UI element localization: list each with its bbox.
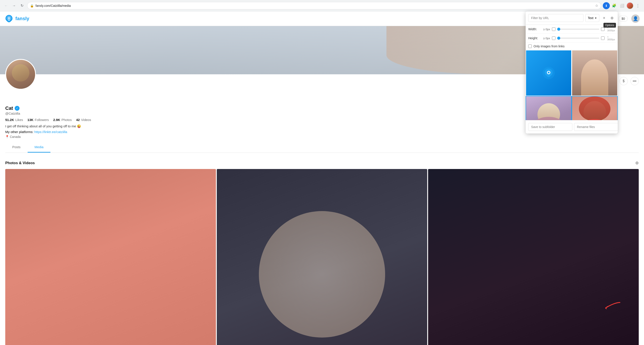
profile-name: Cat: [5, 106, 13, 111]
svg-point-0: [8, 20, 10, 20]
location-text: Canada: [10, 135, 20, 138]
width-max-checkbox[interactable]: [601, 28, 604, 31]
grid-thumb-3: [526, 96, 571, 120]
width-min-value: ≥ 0px: [543, 28, 550, 31]
forward-button[interactable]: →: [10, 2, 18, 9]
videos-count: 42: [76, 118, 80, 122]
followers-count: 13K: [28, 118, 34, 122]
section-header: Photos & Videos ⚙: [5, 161, 639, 166]
only-images-label: Only images from links: [534, 44, 565, 48]
followers-stat: 13K Followers: [28, 118, 49, 122]
popup-grid-item-2[interactable]: [572, 50, 618, 96]
grid-thumb-4: [572, 96, 617, 120]
logo-icon: [4, 14, 14, 23]
only-images-row: Only images from links: [526, 43, 618, 50]
popup-grid-item-1[interactable]: [526, 50, 572, 96]
height-min-checkbox[interactable]: [552, 36, 556, 40]
rename-files-input[interactable]: [574, 123, 618, 131]
tab-media[interactable]: Media: [28, 142, 51, 152]
media-thumb-1[interactable]: [5, 169, 216, 345]
tab-posts[interactable]: Posts: [5, 142, 28, 152]
media-thumb-2[interactable]: [217, 169, 428, 345]
photos-label: Photos: [62, 118, 72, 122]
back-button[interactable]: ←: [3, 2, 10, 9]
width-slider-thumb: [557, 28, 560, 31]
width-label: Width:: [528, 28, 542, 31]
avatar-wrapper: [5, 59, 36, 90]
likes-stat: 51.2K Likes: [5, 118, 23, 122]
popup-header: Text ▼ × ⚙ Options: [526, 12, 618, 25]
height-slider[interactable]: [557, 38, 599, 38]
tip-button[interactable]: $: [620, 77, 628, 85]
other-platforms-label: My other platforms:: [5, 130, 33, 134]
popup-image-grid: ✓ ✓: [526, 50, 618, 120]
followers-label: Followers: [35, 118, 49, 122]
height-label: Height:: [528, 36, 542, 40]
options-gear-button[interactable]: ⚙: [609, 15, 615, 21]
close-button[interactable]: ×: [601, 15, 607, 21]
security-icon: 🔒: [30, 4, 34, 8]
split-screen-button[interactable]: ⬜: [618, 2, 626, 9]
download-extension-button[interactable]: ⬇: [603, 2, 610, 9]
width-min-checkbox[interactable]: [552, 28, 556, 31]
balance-button[interactable]: $0: [618, 16, 628, 22]
height-filter-row: Height: ≥ 0px <3000px: [526, 34, 618, 43]
media-section: Photos & Videos ⚙: [0, 156, 644, 345]
profile-location: 📍 Canada: [5, 135, 639, 138]
popup-grid-item-4[interactable]: ✓: [572, 96, 618, 120]
more-button[interactable]: •••: [630, 77, 639, 85]
browser-chrome: ← → ↻ 🔒 fansly.com/Catziilla/media ☆ ⬇ 🧩…: [0, 0, 644, 12]
options-tooltip: Options: [604, 23, 616, 28]
popup-footer: Download: [526, 120, 618, 134]
videos-stat: 42 Videos: [76, 118, 91, 122]
height-max-checkbox[interactable]: [601, 36, 604, 40]
save-subfolder-input[interactable]: [528, 123, 572, 131]
photos-count: 2.9K: [53, 118, 60, 122]
reload-button[interactable]: ↻: [18, 2, 26, 9]
extension-popup: Text ▼ × ⚙ Options Width: ≥ 0px <3000px …: [526, 12, 618, 134]
text-dropdown-label: Text: [588, 16, 593, 20]
likes-count: 51.2K: [5, 118, 14, 122]
photos-stat: 2.9K Photos: [53, 118, 72, 122]
avatar-icon: 👤: [633, 16, 638, 21]
logo-link[interactable]: fansly: [4, 14, 29, 23]
height-max-value: <3000px: [607, 36, 615, 41]
nav-buttons: ← → ↻: [3, 2, 26, 9]
profile-link[interactable]: https://linktr.ee/catziilla: [34, 130, 67, 134]
user-avatar-header[interactable]: 👤: [631, 14, 640, 23]
height-min-value: ≥ 0px: [543, 36, 550, 40]
media-thumb-3[interactable]: [428, 169, 639, 345]
svg-point-3: [548, 72, 550, 74]
chevron-down-icon: ▼: [595, 17, 597, 19]
text-type-dropdown[interactable]: Text ▼: [585, 14, 599, 22]
browser-profile[interactable]: [626, 2, 634, 9]
width-slider[interactable]: [557, 29, 599, 30]
fansly-logo-thumb: [542, 66, 555, 80]
media-grid: [5, 169, 639, 345]
menu-button[interactable]: ⋮: [634, 2, 641, 9]
height-slider-thumb: [557, 36, 560, 40]
filter-url-input[interactable]: [528, 14, 584, 22]
address-bar[interactable]: 🔒 fansly.com/Catziilla/media ☆: [27, 2, 601, 10]
section-title: Photos & Videos: [5, 161, 35, 165]
address-text: fansly.com/Catziilla/media: [36, 4, 593, 8]
tabs-bar: Posts Media: [5, 142, 639, 153]
extensions-button[interactable]: 🧩: [611, 2, 618, 9]
grid-thumb-2: [572, 50, 617, 96]
popup-grid-item-3[interactable]: ✓: [526, 96, 572, 120]
grid-thumb-logo: [526, 50, 571, 96]
logo-text: fansly: [15, 16, 29, 22]
browser-actions: ⬇ 🧩 ⬜ ⋮: [603, 2, 641, 9]
videos-label: Videos: [81, 118, 91, 122]
media-settings-button[interactable]: ⚙: [635, 161, 639, 166]
profile-avatar: [5, 59, 36, 90]
only-images-checkbox[interactable]: [528, 44, 532, 48]
star-icon[interactable]: ☆: [595, 4, 598, 8]
location-icon: 📍: [5, 135, 9, 138]
likes-label: Likes: [15, 118, 23, 122]
verified-badge: ✓: [15, 106, 20, 111]
